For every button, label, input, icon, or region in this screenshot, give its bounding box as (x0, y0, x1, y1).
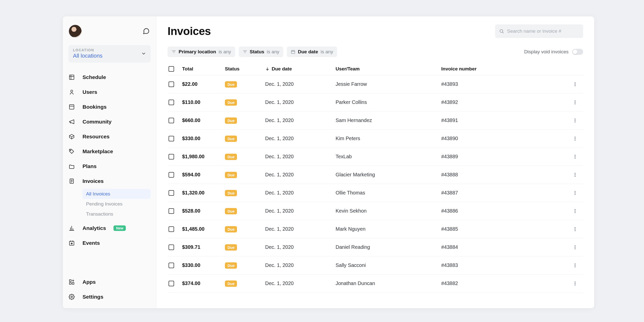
row-actions-button[interactable] (568, 263, 582, 268)
row-actions-button[interactable] (568, 154, 582, 159)
table-row[interactable]: $594.00DueDec. 1, 2020Glacier Marketing#… (168, 166, 583, 184)
cell-total: $660.00 (182, 117, 225, 123)
nav-label: Resources (83, 134, 109, 140)
nav-item-events[interactable]: Events (68, 235, 151, 250)
row-checkbox[interactable] (169, 208, 174, 214)
row-actions-button[interactable] (568, 209, 582, 214)
nav-label: Events (83, 240, 100, 246)
row-checkbox[interactable] (169, 281, 174, 286)
nav-item-resources[interactable]: Resources (68, 129, 151, 144)
row-actions-button[interactable] (568, 172, 582, 177)
nav-item-schedule[interactable]: Schedule (68, 70, 151, 85)
row-actions-button[interactable] (568, 118, 582, 123)
row-actions-button[interactable] (568, 190, 582, 195)
cell-invoice-number: #43885 (441, 226, 568, 232)
more-vertical-icon (573, 172, 578, 177)
table-body: $22.00DueDec. 1, 2020Jessie Farrow#43893… (168, 75, 583, 308)
search-input[interactable] (507, 28, 579, 34)
avatar[interactable] (68, 24, 82, 38)
col-due-date[interactable]: Due date (265, 66, 336, 72)
table-row[interactable]: $1,320.00DueDec. 1, 2020Ollie Thomas#438… (168, 184, 583, 202)
svg-rect-7 (72, 283, 74, 284)
table-row[interactable]: $374.00DueDec. 1, 2020Jonathan Duncan#43… (168, 274, 583, 293)
row-actions-button[interactable] (568, 281, 582, 286)
nav-item-marketplace[interactable]: Marketplace (68, 144, 151, 159)
table-row[interactable]: $528.00DueDec. 1, 2020Kevin Sekhon#43886 (168, 202, 583, 220)
svg-point-43 (575, 265, 576, 266)
search-icon (499, 28, 504, 34)
svg-point-32 (575, 194, 576, 195)
row-actions-button[interactable] (568, 82, 582, 87)
more-vertical-icon (573, 154, 578, 159)
nav-label: Settings (83, 294, 103, 300)
nav-item-invoices[interactable]: Invoices (68, 174, 151, 188)
table-row[interactable]: $22.00DueDec. 1, 2020Jessie Farrow#43893 (168, 75, 583, 93)
cell-due-date: Dec. 1, 2020 (265, 117, 336, 123)
nav-item-community[interactable]: Community (68, 114, 151, 129)
row-checkbox[interactable] (169, 263, 174, 268)
filter-primary-location[interactable]: Primary location is any (168, 47, 235, 57)
row-checkbox[interactable] (169, 136, 174, 141)
search-box[interactable] (495, 24, 583, 38)
chat-icon[interactable] (142, 27, 151, 36)
status-badge: Due (225, 244, 237, 251)
col-status[interactable]: Status (225, 66, 265, 72)
svg-point-15 (575, 100, 576, 101)
cell-due-date: Dec. 1, 2020 (265, 244, 336, 250)
nav-item-bookings[interactable]: Bookings (68, 99, 151, 114)
filter-due-date[interactable]: Due date is any (287, 47, 337, 57)
cell-total: $309.71 (182, 244, 225, 250)
row-checkbox[interactable] (169, 154, 174, 159)
subnav-pending-invoices[interactable]: Pending Invoices (83, 199, 151, 209)
row-actions-button[interactable] (568, 136, 582, 141)
row-checkbox[interactable] (169, 245, 174, 250)
nav-item-apps[interactable]: Apps (68, 274, 151, 289)
cell-due-date: Dec. 1, 2020 (265, 172, 336, 178)
nav-item-settings[interactable]: Settings (68, 289, 151, 304)
row-checkbox[interactable] (169, 190, 174, 196)
void-toggle[interactable] (572, 49, 583, 55)
col-total[interactable]: Total (182, 66, 225, 72)
arrow-down-icon (265, 67, 270, 71)
cell-total: $22.00 (182, 81, 225, 87)
location-picker[interactable]: LOCATION All locations (68, 45, 151, 63)
row-actions-button[interactable] (568, 245, 582, 250)
table-row[interactable]: $1,485.00DueDec. 1, 2020Mark Nguyen#4388… (168, 220, 583, 238)
nav-item-plans[interactable]: Plans (68, 159, 151, 174)
nav-item-users[interactable]: Users (68, 85, 151, 99)
table-row[interactable]: $660.00DueDec. 1, 2020Sam Hernandez#4389… (168, 111, 583, 130)
filter-status[interactable]: Status is any (239, 47, 284, 57)
subnav-transactions[interactable]: Transactions (83, 209, 151, 219)
col-invoice-number[interactable]: Invoice number (441, 66, 568, 72)
svg-point-45 (575, 281, 576, 282)
cell-total: $1,980.00 (182, 154, 225, 159)
row-checkbox[interactable] (169, 100, 174, 105)
cell-total: $1,320.00 (182, 190, 225, 196)
table-row[interactable]: $330.00DueDec. 1, 2020Kim Peters#43890 (168, 130, 583, 148)
row-checkbox[interactable] (169, 226, 174, 232)
nav-item-analytics[interactable]: Analytics New (68, 221, 151, 235)
svg-point-41 (575, 248, 576, 249)
more-vertical-icon (573, 190, 578, 195)
row-checkbox[interactable] (169, 118, 174, 123)
col-user[interactable]: User/Team (336, 66, 441, 72)
cell-user: Kevin Sekhon (336, 208, 441, 214)
row-checkbox[interactable] (169, 82, 174, 87)
svg-point-44 (575, 266, 576, 267)
cell-user: Jonathan Duncan (336, 280, 441, 286)
row-checkbox[interactable] (169, 172, 174, 178)
svg-point-21 (575, 137, 576, 137)
filter-suffix: is any (219, 49, 231, 55)
select-all-checkbox[interactable] (169, 66, 174, 72)
table-row[interactable]: $110.00DueDec. 1, 2020Parker Collins#438… (168, 93, 583, 111)
table-row[interactable]: $309.71DueDec. 1, 2020Daniel Reading#438… (168, 238, 583, 256)
table-row[interactable]: $1,980.00DueDec. 1, 2020TexLab#43889 (168, 148, 583, 166)
row-actions-button[interactable] (568, 227, 582, 232)
filter-icon (243, 50, 247, 54)
page-title: Invoices (168, 25, 211, 37)
table-row[interactable]: $330.00DueDec. 1, 2020Sally Sacconi#4388… (168, 256, 583, 274)
table-header: Total Status Due date User/Team Invoice … (168, 63, 583, 75)
row-actions-button[interactable] (568, 100, 582, 105)
svg-rect-0 (69, 75, 74, 79)
subnav-all-invoices[interactable]: All Invoices (83, 189, 151, 199)
